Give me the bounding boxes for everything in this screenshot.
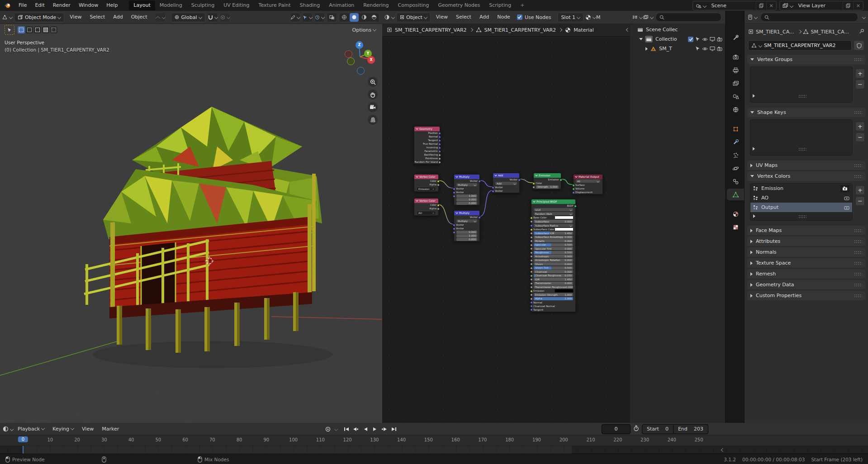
socket[interactable]: [530, 278, 533, 281]
node-value-field[interactable]: Emission Strength1.000: [534, 293, 573, 296]
node-row[interactable]: Vector: [454, 227, 479, 230]
mesh-name-field[interactable]: SM_TIER1_CARPENTRY_VAR2: [748, 40, 852, 51]
menu-edit[interactable]: Edit: [31, 0, 48, 11]
tab-sculpting[interactable]: Sculpting: [187, 0, 219, 10]
vertex-color-row[interactable]: Emission: [750, 184, 852, 193]
node-dropdown[interactable]: Multiply: [456, 219, 477, 223]
panel-header-vertex-colors[interactable]: Vertex Colors: [747, 171, 865, 181]
panel-grip-icon[interactable]: [854, 251, 862, 254]
panel-grip-icon[interactable]: [854, 283, 862, 286]
node-slider[interactable]: Specular0.500: [534, 243, 573, 246]
node-vertex-color[interactable]: Vertex ColorColorAlphaAO×: [414, 198, 439, 216]
jump-to-start-button[interactable]: [342, 425, 351, 433]
node-row[interactable]: 0.000: [454, 198, 479, 201]
node-value-field[interactable]: Strength1.000: [536, 185, 559, 189]
scene-selector[interactable]: Scene ×: [693, 1, 777, 10]
next-keyframe-button[interactable]: [380, 425, 389, 433]
socket[interactable]: [438, 161, 441, 164]
screen-toggle-icon[interactable]: [710, 46, 715, 51]
node-row[interactable]: Clearcoat Roughness0.030: [531, 274, 575, 278]
socket[interactable]: [518, 179, 521, 181]
render-inactive-icon[interactable]: [844, 205, 849, 210]
socket[interactable]: [530, 247, 533, 250]
vertex-color-row[interactable]: Output: [750, 203, 852, 212]
add-item-button[interactable]: +: [855, 69, 865, 78]
socket[interactable]: [530, 217, 533, 219]
panel-expander-icon[interactable]: [750, 261, 753, 265]
play-reverse-button[interactable]: [361, 425, 370, 433]
view-layer-name[interactable]: View Layer: [796, 1, 843, 10]
node-number-field[interactable]: 0.000: [456, 231, 477, 234]
node-row[interactable]: Anisotropic Rotation0.000: [531, 258, 575, 262]
node-number-field[interactable]: 1.000: [456, 234, 477, 237]
panel-header-normals[interactable]: Normals: [747, 247, 865, 257]
node-row[interactable]: Normal: [414, 135, 440, 138]
socket[interactable]: [530, 286, 533, 289]
copy-view-layer-button[interactable]: [843, 1, 853, 10]
panel-grip-icon[interactable]: [854, 58, 862, 61]
node-row[interactable]: Volume: [574, 187, 602, 190]
node-row[interactable]: IOR1.450: [531, 278, 575, 282]
panel-expander-icon[interactable]: [750, 164, 753, 167]
node-row[interactable]: Tangent: [414, 138, 440, 142]
node-number-field[interactable]: 0.000: [456, 202, 477, 205]
node-row[interactable]: Transmission0.000: [531, 281, 575, 285]
gizmo-minus-z-axis[interactable]: [357, 67, 365, 75]
node-row[interactable]: Alpha: [414, 183, 438, 186]
node-row[interactable]: Displacement: [574, 190, 602, 194]
menu-playback[interactable]: Playback: [14, 424, 48, 435]
node-row[interactable]: Specular Tint0.000: [531, 247, 575, 251]
socket[interactable]: [530, 267, 533, 270]
socket[interactable]: [530, 251, 533, 254]
view-layer-selector[interactable]: View Layer ×: [779, 1, 863, 10]
socket[interactable]: [492, 190, 494, 193]
node-slider[interactable]: Clearcoat0.000: [534, 270, 573, 273]
scene-name[interactable]: Scene: [709, 1, 756, 10]
node-row[interactable]: Vector: [454, 179, 479, 183]
node-row[interactable]: True Normal: [414, 142, 440, 146]
zoom-icon[interactable]: [368, 77, 378, 87]
menu-file[interactable]: File: [14, 0, 31, 11]
node-slider[interactable]: Anisotropic0.000: [534, 255, 573, 258]
panel-grip-icon[interactable]: [854, 240, 862, 243]
socket[interactable]: [530, 270, 533, 273]
node-canvas[interactable]: GeometryPositionNormalTangentTrue Normal…: [382, 36, 630, 423]
node-row[interactable]: 1.000: [454, 194, 479, 198]
node-row[interactable]: Tangent: [531, 308, 575, 312]
socket[interactable]: [572, 188, 575, 190]
node-dropdown[interactable]: Random Walk: [534, 212, 573, 215]
socket[interactable]: [437, 180, 440, 183]
play-button[interactable]: [370, 425, 379, 433]
socket[interactable]: [438, 136, 441, 138]
panel-expander-icon[interactable]: [750, 283, 753, 287]
node-slider[interactable]: Sheen0.000: [534, 262, 573, 265]
socket[interactable]: [530, 224, 533, 227]
socket[interactable]: [530, 308, 533, 311]
node-row[interactable]: Random Per Island: [414, 160, 440, 164]
list-expander-icon[interactable]: [753, 147, 755, 151]
cursor-toggle-icon[interactable]: [695, 46, 700, 51]
expander-icon[interactable]: [645, 47, 648, 51]
properties-tab-render[interactable]: [727, 51, 744, 63]
socket[interactable]: [437, 204, 440, 207]
socket[interactable]: [453, 195, 455, 198]
panel-expander-icon[interactable]: [750, 111, 754, 114]
socket[interactable]: [572, 184, 575, 187]
camera-view-icon[interactable]: [368, 102, 378, 112]
node-dropdown[interactable]: GGX: [534, 208, 573, 211]
gizmo-minus-y-axis[interactable]: [347, 57, 355, 65]
panel-grip-icon[interactable]: [854, 164, 862, 167]
outliner-item-label[interactable]: Scene Collec: [646, 27, 678, 33]
socket[interactable]: [530, 236, 533, 239]
use-preview-range-icon[interactable]: [633, 425, 639, 433]
node-row[interactable]: 1.000: [454, 234, 479, 237]
properties-tab-scene[interactable]: [727, 90, 744, 102]
node-row[interactable]: Specular0.500: [531, 243, 575, 247]
node-number-field[interactable]: 0.000: [456, 198, 477, 201]
socket[interactable]: [574, 205, 577, 208]
panel-grip-icon[interactable]: [854, 272, 862, 275]
node-row[interactable]: Add: [493, 181, 519, 185]
eye-toggle-icon[interactable]: [702, 47, 708, 51]
tab-shading[interactable]: Shading: [295, 0, 325, 10]
properties-search-input[interactable]: [760, 13, 858, 22]
